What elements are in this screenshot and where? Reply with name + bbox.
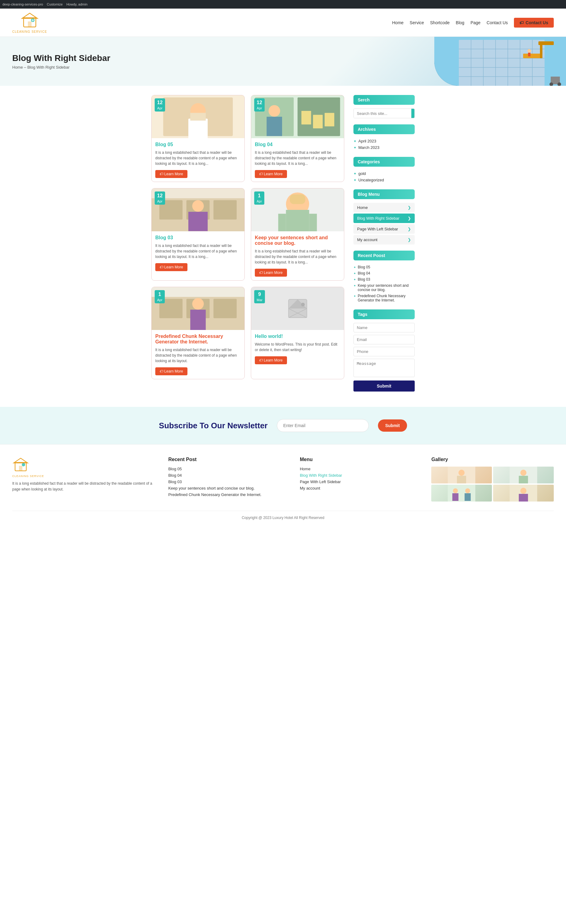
recent-icon-4: ✦ [353, 284, 356, 287]
footer-recent-keepshort[interactable]: Keep your sentences short and concise ou… [168, 486, 290, 490]
recent-post-keepshort[interactable]: ✦ Keep your sentences short and concise … [353, 282, 415, 293]
nav-blog[interactable]: Blog [456, 20, 464, 25]
blog-card-title-blog04: Blog 04 [255, 142, 340, 147]
footer-menu-home[interactable]: Home [300, 466, 422, 471]
svg-point-44 [192, 200, 204, 212]
tags-submit-button[interactable]: Submit [353, 381, 415, 392]
blog-card-image-blog03: 12 Apr [151, 188, 244, 231]
blog-menu-blog-right[interactable]: Blog With Right Sidebar ❯ [353, 213, 415, 223]
search-input[interactable] [354, 109, 411, 118]
category-item-gold[interactable]: ✦ gold [353, 170, 415, 177]
footer-menu-title: Menu [300, 457, 422, 462]
recent-post-predefined[interactable]: ✦ Predefined Chunk Necessary Generator t… [353, 293, 415, 303]
admin-customize[interactable]: Customize [47, 3, 63, 6]
svg-rect-35 [267, 117, 282, 136]
date-badge-blog05: 12 Apr [155, 98, 165, 111]
learn-more-btn-helloworld[interactable]: 🏷 Learn More [255, 356, 287, 364]
name-input[interactable] [353, 323, 415, 332]
svg-rect-20 [538, 41, 554, 45]
email-input[interactable] [353, 335, 415, 344]
newsletter-submit-button[interactable]: Submit [378, 419, 407, 432]
gallery-thumb-2[interactable] [493, 466, 554, 483]
svg-rect-78 [465, 493, 471, 501]
recent-icon-2: ✦ [353, 272, 356, 275]
footer-gallery-col: Gallery [431, 457, 554, 501]
search-button[interactable]: 🔍 [411, 109, 415, 118]
date-badge-predefined: 1 Apr [155, 290, 165, 303]
message-textarea[interactable] [353, 359, 415, 377]
blog-menu-home[interactable]: Home ❯ [353, 203, 415, 212]
learn-more-btn-predefined[interactable]: 🏷 Learn More [155, 368, 187, 375]
phone-input[interactable] [353, 347, 415, 356]
footer-menu-blog-right[interactable]: Blog With Right Sidebar [300, 473, 422, 478]
newsletter-email-input[interactable] [277, 419, 369, 432]
banner-image [434, 37, 566, 86]
logo-icon [21, 12, 39, 30]
svg-point-75 [453, 488, 458, 493]
archive-item-march[interactable]: ✦ March 2023 [353, 144, 415, 151]
gallery-thumb-4[interactable] [493, 484, 554, 501]
archive-item-april[interactable]: ✦ April 2023 [353, 138, 415, 144]
svg-rect-18 [523, 54, 542, 58]
blog-card-excerpt-helloworld: Welcome to WordPress. This is your first… [255, 342, 340, 352]
recent-post-blog04-label: Blog 04 [358, 271, 370, 275]
recent-post-predefined-label: Predefined Chunk Necessary Generator the… [358, 294, 415, 302]
blog-card-body-blog04: Blog 04 It is a long established fact th… [251, 138, 344, 182]
nav-shortcode[interactable]: Shortcode [430, 20, 450, 25]
menu-arrow-account: ❯ [408, 237, 411, 242]
nav-service[interactable]: Service [410, 20, 424, 25]
archive-icon-2: ✦ [353, 146, 356, 150]
blog-menu-page-left[interactable]: Page With Left Sidebar ❯ [353, 224, 415, 234]
footer-recent-blog03[interactable]: Blog 03 [168, 480, 290, 484]
search-widget-title: Serch [353, 95, 415, 105]
recent-post-blog03[interactable]: ✦ Blog 03 [353, 276, 415, 282]
blog-card-body-predefined: Predefined Chunk Necessary Generator the… [151, 330, 244, 379]
footer-menu-page-left[interactable]: Page With Left Sidebar [300, 480, 422, 484]
breadcrumb: Home – Blog With Right Sidebar [12, 65, 110, 69]
blog-card-excerpt-keepshort: It is a long established fact that a rea… [255, 249, 340, 265]
newsletter-title: Subscribe To Our Newsletter [159, 421, 268, 430]
blog-menu-widget: Blog Menu Home ❯ Blog With Right Sidebar… [353, 189, 415, 244]
blog-card-body-helloworld: Hello world! Welcome to WordPress. This … [251, 330, 344, 368]
svg-rect-7 [459, 40, 545, 86]
blog-menu-account[interactable]: My account ❯ [353, 235, 415, 244]
footer-recent-blog05[interactable]: Blog 05 [168, 466, 290, 471]
recent-post-blog04[interactable]: ✦ Blog 04 [353, 270, 415, 276]
contact-button[interactable]: 🏷 Contact Us [514, 18, 554, 28]
sidebar: Serch 🔍 Archives ✦ April 2023 ✦ March 20… [353, 95, 415, 398]
svg-rect-45 [189, 212, 208, 231]
learn-more-btn-blog05[interactable]: 🏷 Learn More [155, 170, 187, 178]
blog-card-excerpt-blog03: It is a long established fact that a rea… [155, 243, 241, 260]
nav-contact[interactable]: Contact Us [487, 20, 508, 25]
footer-recent-predefined[interactable]: Predefined Chunk Necessary Generator the… [168, 492, 290, 497]
blog-card-title-blog03: Blog 03 [155, 235, 241, 240]
gallery-thumb-3[interactable] [431, 484, 492, 501]
learn-more-btn-blog03[interactable]: 🏷 Learn More [155, 263, 187, 271]
date-badge-keepshort: 1 Apr [254, 192, 264, 205]
tags-widget-title: Tags [353, 309, 415, 319]
svg-point-21 [527, 49, 531, 53]
banner-content: Blog With Right Sidebar Home – Blog With… [12, 53, 110, 69]
gallery-thumb-1[interactable] [431, 466, 492, 483]
footer-logo[interactable]: CLEANING SERVICE [12, 457, 159, 478]
newsletter-section: Subscribe To Our Newsletter Submit [0, 407, 566, 444]
logo[interactable]: CLEANING SERVICE [12, 12, 47, 33]
learn-more-btn-blog04[interactable]: 🏷 Learn More [255, 170, 287, 178]
blog-card-body-blog05: Blog 05 It is a long established fact th… [151, 138, 244, 182]
learn-more-btn-keepshort[interactable]: 🏷 Learn More [255, 268, 287, 277]
recent-post-blog05[interactable]: ✦ Blog 05 [353, 264, 415, 270]
nav-home[interactable]: Home [392, 20, 403, 25]
blog-card-title-predefined: Predefined Chunk Necessary Generator the… [155, 334, 241, 345]
page-title: Blog With Right Sidebar [12, 53, 110, 63]
footer-recent-blog04[interactable]: Blog 04 [168, 473, 290, 478]
svg-rect-56 [214, 299, 237, 318]
footer-menu-account[interactable]: My account [300, 486, 422, 490]
svg-rect-50 [309, 214, 317, 231]
archive-icon-1: ✦ [353, 139, 356, 143]
search-widget: Serch 🔍 [353, 95, 415, 118]
footer-gallery-grid [431, 466, 554, 501]
date-badge-blog03: 12 Apr [155, 192, 165, 205]
nav-page[interactable]: Page [470, 20, 481, 25]
admin-site-name[interactable]: deep-cleaning-services-pro [3, 3, 43, 6]
category-item-uncategorized[interactable]: ✦ Uncategorized [353, 177, 415, 183]
